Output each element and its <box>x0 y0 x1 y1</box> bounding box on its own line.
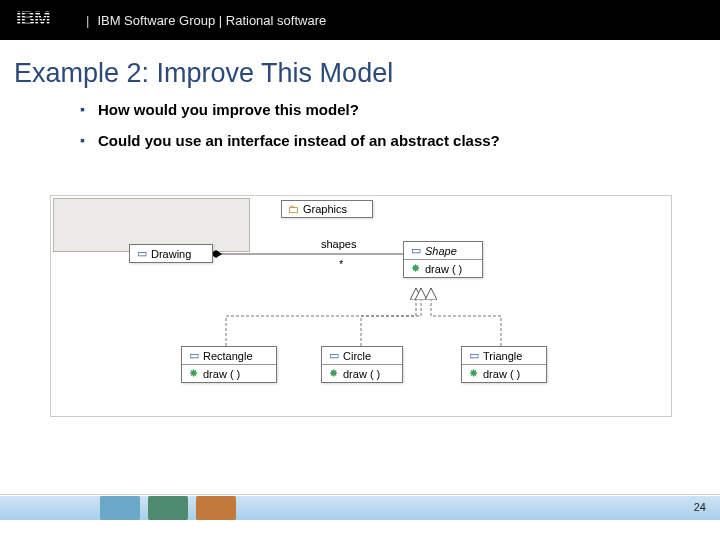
page-number: 24 <box>694 501 706 513</box>
package-icon: 🗀 <box>288 203 299 215</box>
uml-name: Rectangle <box>203 350 253 362</box>
uml-assoc-label: shapes <box>321 238 356 250</box>
uml-class-rectangle: ▭ Rectangle ✸ draw ( ) <box>181 346 277 383</box>
header-divider: | <box>86 13 89 28</box>
slide-footer: 24 <box>0 494 720 520</box>
uml-name: Triangle <box>483 350 522 362</box>
slide-header: IBM | IBM Software Group | Rational soft… <box>0 0 720 40</box>
bullet-item: How would you improve this model? <box>98 101 720 118</box>
uml-assoc-mult: * <box>339 258 343 270</box>
operation-icon: ✸ <box>328 367 339 380</box>
header-text: IBM Software Group | Rational software <box>97 13 326 28</box>
uml-name: Drawing <box>151 248 191 260</box>
uml-class-circle: ▭ Circle ✸ draw ( ) <box>321 346 403 383</box>
uml-op: draw ( ) <box>483 368 520 380</box>
uml-name: Circle <box>343 350 371 362</box>
class-icon: ▭ <box>468 349 479 362</box>
uml-op: draw ( ) <box>203 368 240 380</box>
bullet-list: How would you improve this model? Could … <box>58 101 720 149</box>
uml-op: draw ( ) <box>343 368 380 380</box>
class-icon: ▭ <box>328 349 339 362</box>
footer-decoration <box>100 496 236 520</box>
operation-icon: ✸ <box>188 367 199 380</box>
operation-icon: ✸ <box>468 367 479 380</box>
bullet-item: Could you use an interface instead of an… <box>98 132 720 149</box>
uml-op: draw ( ) <box>425 263 462 275</box>
uml-name: Graphics <box>303 203 347 215</box>
ibm-logo-icon: IBM <box>16 7 70 33</box>
class-icon: ▭ <box>136 247 147 260</box>
uml-class-shape: ▭ Shape ✸ draw ( ) <box>403 241 483 278</box>
class-icon: ▭ <box>188 349 199 362</box>
uml-class-drawing: ▭ Drawing <box>129 244 213 263</box>
uml-package-graphics: 🗀 Graphics <box>281 200 373 218</box>
svg-text:IBM: IBM <box>16 7 50 29</box>
class-icon: ▭ <box>410 244 421 257</box>
uml-diagram: 🗀 Graphics ▭ Drawing shapes * ▭ Shape ✸ … <box>50 195 672 417</box>
slide-title: Example 2: Improve This Model <box>14 58 720 89</box>
uml-name: Shape <box>425 245 457 257</box>
operation-icon: ✸ <box>410 262 421 275</box>
uml-class-triangle: ▭ Triangle ✸ draw ( ) <box>461 346 547 383</box>
